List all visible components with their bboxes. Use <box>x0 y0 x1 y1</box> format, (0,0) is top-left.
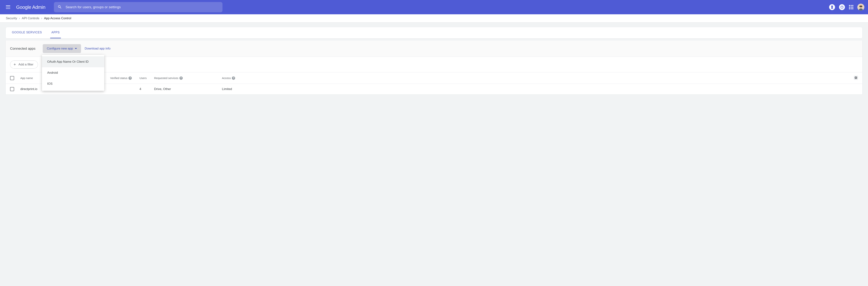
apps-launcher-button[interactable] <box>849 5 853 9</box>
plus-icon: + <box>13 63 16 67</box>
add-filter-label: Add a filter <box>19 63 33 66</box>
table-row[interactable]: directprint.io 4 Drive, Other Limited <box>5 84 863 95</box>
chevron-down-icon <box>75 48 77 49</box>
account-avatar[interactable] <box>857 4 864 11</box>
table-settings-button[interactable] <box>854 76 858 80</box>
logo-text-prefix: Google <box>16 4 31 10</box>
search-bar[interactable] <box>54 2 222 12</box>
apps-toolbar: Connected apps Configure new app OAuth A… <box>5 40 863 57</box>
cell-users: 4 <box>140 87 154 91</box>
header-actions <box>829 4 864 11</box>
help-button[interactable] <box>839 4 845 10</box>
help-icon <box>840 5 844 9</box>
search-icon <box>58 5 62 10</box>
filter-row: + Add a filter <box>5 57 863 72</box>
configure-new-app-button[interactable]: Configure new app OAuth App Name Or Clie… <box>43 44 81 53</box>
dropdown-item-android[interactable]: Android <box>42 67 104 78</box>
gear-icon <box>854 76 858 80</box>
add-filter-button[interactable]: + Add a filter <box>10 61 38 69</box>
breadcrumb-link[interactable]: Security <box>6 17 17 20</box>
breadcrumb: Security › API Controls › App Access Con… <box>0 14 868 23</box>
cell-access: Limited <box>222 87 852 91</box>
search-input[interactable] <box>66 5 219 9</box>
help-icon[interactable]: ? <box>179 76 183 80</box>
tab-apps[interactable]: APPS <box>50 27 61 38</box>
page-content: GOOGLE SERVICES APPS Connected apps Conf… <box>0 23 868 99</box>
timer-button[interactable] <box>829 4 835 10</box>
hourglass-icon <box>830 5 834 9</box>
configure-label: Configure new app <box>47 47 73 51</box>
product-logo[interactable]: Google Admin <box>16 4 45 10</box>
svg-rect-2 <box>859 6 862 7</box>
column-header-access[interactable]: Access <box>222 76 231 80</box>
help-icon[interactable]: ? <box>128 76 132 80</box>
dropdown-item-ios[interactable]: IOS <box>42 78 104 89</box>
download-app-info-link[interactable]: Download app info <box>85 47 111 51</box>
hamburger-icon <box>6 5 10 9</box>
row-checkbox[interactable] <box>10 87 14 91</box>
tabs-card: GOOGLE SERVICES APPS <box>5 27 863 39</box>
app-header: Google Admin <box>0 0 868 14</box>
configure-dropdown: OAuth App Name Or Client ID Android IOS <box>42 55 104 91</box>
column-header-verified[interactable]: Verified status <box>110 76 127 80</box>
help-icon[interactable]: ? <box>232 76 235 80</box>
table-header: App name Verified status ? Users Request… <box>5 72 863 84</box>
tab-bar: GOOGLE SERVICES APPS <box>6 27 862 38</box>
avatar-image <box>857 4 864 11</box>
breadcrumb-current: App Access Control <box>44 17 71 20</box>
select-all-checkbox[interactable] <box>10 76 14 80</box>
logo-text-suffix: Admin <box>31 4 45 10</box>
main-menu-button[interactable] <box>4 3 12 11</box>
tab-google-services[interactable]: GOOGLE SERVICES <box>11 27 43 38</box>
dropdown-item-oauth[interactable]: OAuth App Name Or Client ID <box>42 56 104 67</box>
toolbar-title: Connected apps <box>10 46 35 51</box>
column-header-users[interactable]: Users <box>140 76 154 80</box>
breadcrumb-link[interactable]: API Controls <box>22 17 39 20</box>
chevron-right-icon: › <box>41 17 42 20</box>
column-header-services[interactable]: Requested services <box>154 76 178 80</box>
cell-services: Drive, Other <box>154 87 222 91</box>
chevron-right-icon: › <box>19 17 20 20</box>
